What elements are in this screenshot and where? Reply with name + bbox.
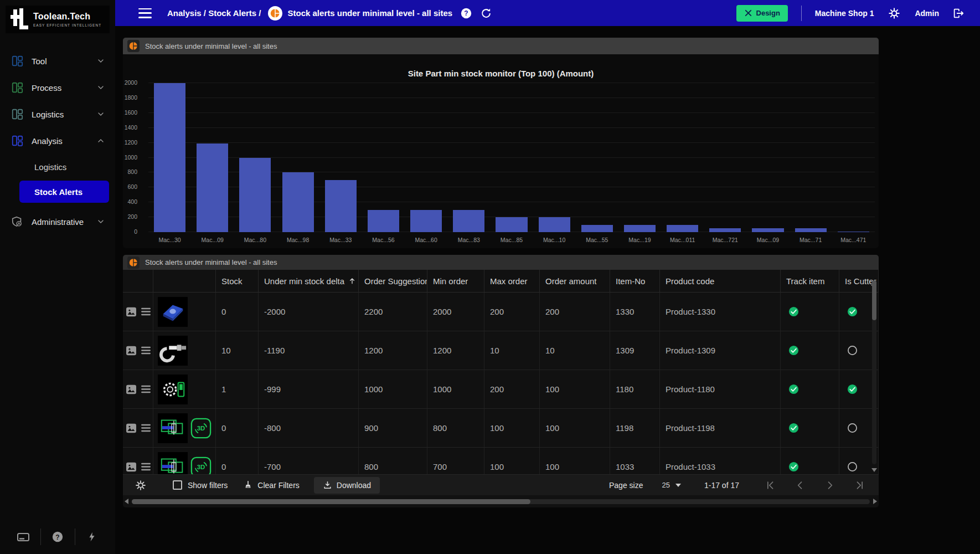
design-button[interactable]: Design xyxy=(736,5,788,22)
product-photo[interactable] xyxy=(158,297,188,327)
cell-item-no: 1330 xyxy=(610,293,660,331)
scrollbar-track[interactable] xyxy=(132,499,870,504)
table-row[interactable]: 3D0-7008007001001001033Product-1033 xyxy=(123,448,879,475)
scrollbar-thumb[interactable] xyxy=(872,280,876,320)
column-header-order-amount[interactable]: Order amount xyxy=(540,270,610,292)
product-drawing[interactable] xyxy=(158,413,188,443)
scroll-down-arrow[interactable] xyxy=(871,468,877,472)
3d-view-badge[interactable]: 3D xyxy=(190,456,212,476)
keyboard-card-icon[interactable] xyxy=(7,530,40,543)
column-header-track-item[interactable]: Track item xyxy=(781,270,839,292)
list-icon[interactable] xyxy=(141,307,151,316)
breadcrumb[interactable]: Analysis / Stock Alerts / xyxy=(167,8,261,18)
column-header-order-suggestion[interactable]: Order Suggestion xyxy=(359,270,427,292)
table-panel-header[interactable]: Stock alerts under minimal level - all s… xyxy=(123,255,879,270)
last-page-button[interactable] xyxy=(854,480,865,491)
refresh-icon[interactable] xyxy=(480,7,492,19)
product-photo[interactable] xyxy=(158,375,188,404)
bar[interactable] xyxy=(325,180,357,232)
bar[interactable] xyxy=(838,232,869,232)
scrollbar-thumb[interactable] xyxy=(132,499,530,504)
user-menu[interactable]: Admin xyxy=(915,9,939,18)
column-header-product-code[interactable]: Product code xyxy=(660,270,781,292)
scroll-right-arrow[interactable] xyxy=(873,499,877,504)
sidebar-item-logistics[interactable]: Logistics xyxy=(0,101,115,127)
column-header-under-min-stock-delta[interactable]: Under min stock delta xyxy=(259,270,359,292)
bar[interactable] xyxy=(496,217,527,232)
sidebar-item-analysis[interactable]: Analysis xyxy=(0,127,115,154)
table-row[interactable]: 3D0-8009008001001001198Product-1198 xyxy=(123,409,879,448)
bar[interactable] xyxy=(539,217,570,232)
chevron-up-icon xyxy=(96,136,105,145)
table-row[interactable]: 0-2000220020002002001330Product-1330 xyxy=(123,293,879,331)
logout-icon[interactable] xyxy=(952,7,964,19)
image-icon[interactable] xyxy=(126,384,137,394)
bar[interactable] xyxy=(709,228,741,232)
image-icon[interactable] xyxy=(126,346,137,356)
next-page-button[interactable] xyxy=(824,480,835,491)
vertical-scrollbar[interactable] xyxy=(871,273,878,472)
column-header-max-order[interactable]: Max order xyxy=(484,270,540,292)
table-row[interactable]: 1-999100010002001001180Product-1180 xyxy=(123,370,879,409)
bar[interactable] xyxy=(154,83,185,232)
sidebar-item-tool[interactable]: Tool xyxy=(0,48,115,74)
logistics-module-icon xyxy=(11,108,23,120)
sidebar-subitem-stock-alerts[interactable]: Stock Alerts xyxy=(19,181,109,203)
horizontal-scrollbar[interactable] xyxy=(123,497,879,505)
sidebar-item-process[interactable]: Process xyxy=(0,74,115,101)
3d-view-badge[interactable]: 3D xyxy=(190,418,212,439)
bar[interactable] xyxy=(239,158,271,232)
clear-filters-button[interactable]: Clear Filters xyxy=(243,480,299,490)
bar[interactable] xyxy=(795,228,827,232)
table-panel: Stock alerts under minimal level - all s… xyxy=(123,255,879,507)
product-photo[interactable] xyxy=(158,336,188,366)
cell-suggestion: 1200 xyxy=(359,331,427,370)
image-icon[interactable] xyxy=(126,462,137,472)
bar[interactable] xyxy=(368,210,399,232)
page-size-value: 25 xyxy=(662,481,669,489)
cell-amount: 100 xyxy=(540,370,610,408)
image-icon[interactable] xyxy=(126,307,137,317)
cell-delta: -700 xyxy=(259,448,359,475)
bar[interactable] xyxy=(581,225,613,232)
list-icon[interactable] xyxy=(141,385,151,393)
help-circle-icon[interactable]: ? xyxy=(460,7,472,19)
table-settings-gear-icon[interactable] xyxy=(135,480,146,491)
download-icon xyxy=(323,480,332,490)
cell-amount: 10 xyxy=(540,331,610,370)
scroll-left-arrow[interactable] xyxy=(125,499,128,504)
column-header-stock[interactable]: Stock xyxy=(216,270,259,292)
list-icon[interactable] xyxy=(141,424,151,432)
list-icon[interactable] xyxy=(141,346,151,355)
sidebar-subitem-logistics[interactable]: Logistics xyxy=(0,154,115,179)
lightning-icon[interactable] xyxy=(75,531,109,543)
sidebar-item-label: Process xyxy=(32,83,96,93)
menu-icon[interactable] xyxy=(138,8,152,18)
bar[interactable] xyxy=(624,225,656,232)
product-drawing[interactable] xyxy=(158,452,188,476)
help-icon[interactable]: ? xyxy=(41,531,74,543)
bar[interactable] xyxy=(410,210,442,232)
first-page-button[interactable] xyxy=(765,480,776,491)
app-logo[interactable]: Toolean.Tech EASY EFFICIENT INTELLIGENT xyxy=(6,6,110,33)
sidebar-item-administrative[interactable]: Administrative xyxy=(0,208,115,235)
page-size-select[interactable]: 25 xyxy=(662,481,680,489)
column-header-item-no[interactable]: Item-No xyxy=(610,270,660,292)
previous-page-button[interactable] xyxy=(795,480,806,491)
show-filters-checkbox[interactable] xyxy=(173,480,182,490)
bar[interactable] xyxy=(282,172,314,232)
image-icon[interactable] xyxy=(126,423,137,433)
bar[interactable] xyxy=(752,228,783,232)
site-selector[interactable]: Machine Shop 1 xyxy=(815,9,874,18)
x-tick-label: Mac...55 xyxy=(576,237,618,243)
download-button[interactable]: Download xyxy=(314,477,380,494)
table-row[interactable]: 10-11901200120010101309Product-1309 xyxy=(123,331,879,370)
list-icon[interactable] xyxy=(141,463,151,471)
bar[interactable] xyxy=(667,225,698,232)
bar[interactable] xyxy=(197,143,228,232)
chart-panel-header[interactable]: Stock alerts under minimal level - all s… xyxy=(123,38,879,54)
gear-icon[interactable] xyxy=(888,7,900,19)
column-header-min-order[interactable]: Min order xyxy=(427,270,484,292)
scrollbar-track[interactable] xyxy=(872,280,876,464)
bar[interactable] xyxy=(453,210,484,232)
